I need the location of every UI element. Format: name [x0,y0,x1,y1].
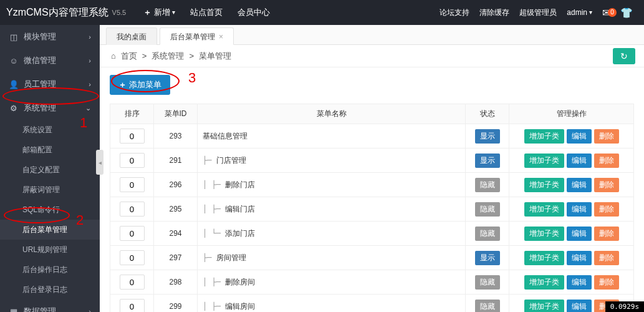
add-menu-button[interactable]: ＋添加菜单 [110,75,170,95]
breadcrumb: ⌂ 首页 > 系统管理 > 菜单管理 ↻ [100,45,644,67]
delete-button[interactable]: 删除 [594,202,619,217]
site-home-link[interactable]: 站点首页 [183,0,230,25]
status-tag[interactable]: 隐藏 [475,178,500,192]
delete-button[interactable]: 删除 [594,275,619,290]
add-child-button[interactable]: 增加子类 [524,202,564,217]
status-tag[interactable]: 显示 [475,129,500,144]
edit-button[interactable]: 编辑 [567,129,592,144]
sort-input[interactable] [120,275,145,290]
sort-input[interactable] [120,177,145,192]
close-icon[interactable]: × [219,32,223,41]
chevron-right-icon: › [89,57,91,64]
table-row: 299│ ├─ 编辑房间隐藏增加子类编辑删除 [110,295,634,313]
table-row: 294│ └─ 添加门店隐藏增加子类编辑删除 [110,222,634,246]
status-tag[interactable]: 隐藏 [475,202,500,217]
table-row: 293基础信息管理显示增加子类编辑删除 [110,124,634,149]
delete-button[interactable]: 删除 [594,129,619,144]
sidebar-item-staff[interactable]: 👤员工管理› [0,72,100,96]
sort-input[interactable] [120,299,145,312]
status-tag[interactable]: 显示 [475,154,500,168]
clear-cache-link[interactable]: 清除缓存 [474,0,514,25]
sidebar-sub-system-settings[interactable]: 系统设置 [0,120,100,140]
sort-input[interactable] [120,153,145,168]
menu-name: 编辑门店 [225,205,255,213]
menu-id: 295 [154,197,198,222]
sidebar-sub-custom-config[interactable]: 自定义配置 [0,160,100,180]
crumb-system[interactable]: 系统管理 [151,51,184,62]
sidebar-sub-block-words[interactable]: 屏蔽词管理 [0,180,100,200]
menu-name: 编辑房间 [225,302,255,311]
sidebar-sub-mail-config[interactable]: 邮箱配置 [0,140,100,160]
sidebar-sub-op-log[interactable]: 后台操作日志 [0,260,100,280]
sort-input[interactable] [120,202,145,217]
menu-id: 298 [154,270,198,295]
sort-input[interactable] [120,226,145,241]
sort-input[interactable] [120,250,145,265]
edit-button[interactable]: 编辑 [567,178,592,192]
chevron-right-icon: › [89,33,91,41]
delete-button[interactable]: 删除 [594,178,619,192]
delete-button[interactable]: 删除 [594,227,619,241]
admin-dropdown[interactable]: admin [562,0,597,25]
sidebar-item-module[interactable]: ◫模块管理› [0,25,100,49]
add-child-button[interactable]: 增加子类 [524,154,564,168]
add-child-button[interactable]: 增加子类 [524,300,564,313]
tab-desktop[interactable]: 我的桌面 [106,27,157,45]
menu-name-cell: 基础信息管理 [198,124,466,149]
tree-prefix: │ └─ [203,229,225,238]
edit-button[interactable]: 编辑 [567,227,592,241]
forum-support-link[interactable]: 论坛支持 [435,0,474,25]
edit-button[interactable]: 编辑 [567,202,592,217]
menu-name-cell: ├─ 门店管理 [198,149,466,173]
crumb-home[interactable]: 首页 [121,51,137,62]
status-tag[interactable]: 隐藏 [475,227,500,241]
add-child-button[interactable]: 增加子类 [524,227,564,241]
chevron-right-icon: › [89,80,91,88]
table-row: 295│ ├─ 编辑门店隐藏增加子类编辑删除 [110,197,634,222]
message-icon[interactable]: ✉0 [597,7,615,19]
menu-name: 删除房间 [225,278,255,286]
home-icon: ⌂ [111,51,116,61]
add-new-button[interactable]: ＋新增 [136,0,183,25]
status-tag[interactable]: 隐藏 [475,300,500,313]
edit-button[interactable]: 编辑 [567,154,592,168]
tree-prefix: ├─ [203,156,216,165]
table-row: 296│ ├─ 删除门店隐藏增加子类编辑删除 [110,173,634,197]
edit-button[interactable]: 编辑 [567,300,592,313]
theme-icon[interactable]: 👕 [615,7,638,19]
menu-id: 294 [154,222,198,246]
tab-backend-menu[interactable]: 后台菜单管理× [160,27,234,45]
sidebar-sub-url-rules[interactable]: URL规则管理 [0,240,100,260]
menu-name: 基础信息管理 [203,132,248,140]
status-tag[interactable]: 显示 [475,251,500,265]
menu-id: 299 [154,295,198,313]
sidebar-sub-sql[interactable]: SQL命令行 [0,200,100,220]
edit-button[interactable]: 编辑 [567,251,592,265]
menu-name-cell: │ ├─ 删除房间 [198,270,466,295]
sort-input[interactable] [120,129,145,144]
add-child-button[interactable]: 增加子类 [524,275,564,290]
sidebar-item-wechat[interactable]: ☺微信管理› [0,49,100,72]
th-sort: 排序 [110,104,154,124]
th-status: 状态 [466,104,509,124]
add-child-button[interactable]: 增加子类 [524,251,564,265]
menu-id: 296 [154,173,198,197]
sidebar-sub-backend-menu[interactable]: 后台菜单管理 [0,220,100,240]
sidebar-item-data[interactable]: ▦数据管理› [0,300,100,312]
add-child-button[interactable]: 增加子类 [524,178,564,192]
sidebar-resize-handle[interactable]: ◂ [96,150,103,175]
refresh-button[interactable]: ↻ [613,48,635,64]
chevron-down-icon: ⌄ [85,104,91,112]
plus-icon: ＋ [118,79,127,90]
status-tag[interactable]: 隐藏 [475,275,500,290]
delete-button[interactable]: 删除 [594,154,619,168]
sidebar-item-system[interactable]: ⚙系统管理⌄ [0,96,100,120]
sidebar-sub-login-log[interactable]: 后台登录日志 [0,280,100,300]
member-center-link[interactable]: 会员中心 [230,0,277,25]
add-child-button[interactable]: 增加子类 [524,129,564,144]
version: V5.5 [112,9,127,16]
menu-table: 排序 菜单ID 菜单名称 状态 管理操作 293基础信息管理显示增加子类编辑删除… [110,104,634,312]
delete-button[interactable]: 删除 [594,251,619,265]
edit-button[interactable]: 编辑 [567,275,592,290]
gear-icon: ⚙ [9,104,19,113]
